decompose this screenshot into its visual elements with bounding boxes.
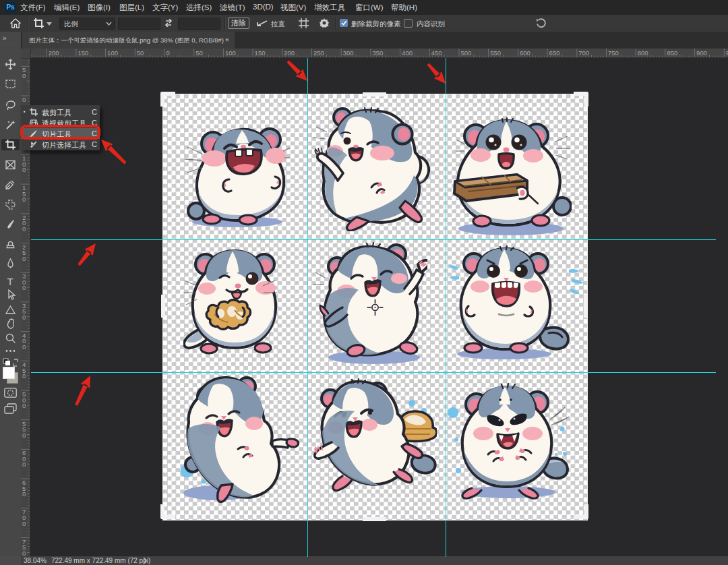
svg-text:600: 600 — [520, 49, 530, 57]
svg-text:0: 0 — [22, 314, 26, 321]
svg-text:150: 150 — [78, 49, 88, 57]
svg-text:0: 0 — [22, 72, 26, 80]
svg-text:0: 0 — [22, 343, 26, 351]
svg-text:0: 0 — [22, 284, 26, 291]
svg-text:650: 650 — [549, 49, 560, 57]
svg-text:0: 0 — [22, 196, 26, 203]
svg-text:0: 0 — [22, 372, 26, 380]
svg-text:900: 900 — [696, 49, 707, 57]
svg-text:700: 700 — [578, 49, 589, 57]
svg-text:T: T — [7, 276, 13, 287]
svg-text:150: 150 — [255, 49, 266, 57]
svg-text:200: 200 — [49, 49, 59, 57]
svg-text:0: 0 — [22, 432, 26, 439]
svg-text:0: 0 — [22, 166, 26, 173]
svg-text:350: 350 — [372, 49, 383, 57]
svg-text:50: 50 — [137, 49, 144, 57]
svg-text:0: 0 — [22, 402, 26, 409]
svg-text:800: 800 — [638, 49, 648, 57]
svg-text:0: 0 — [166, 49, 170, 57]
svg-text:750: 750 — [608, 49, 619, 57]
svg-text:200: 200 — [284, 49, 295, 57]
svg-text:0: 0 — [22, 490, 26, 498]
svg-text:100: 100 — [225, 49, 236, 57]
svg-text:0: 0 — [22, 96, 26, 103]
svg-text:0: 0 — [22, 255, 26, 262]
svg-text:400: 400 — [402, 49, 413, 57]
svg-text:300: 300 — [343, 49, 354, 57]
svg-text:0: 0 — [22, 225, 26, 233]
svg-text:0: 0 — [22, 549, 26, 557]
svg-text:50: 50 — [195, 49, 203, 57]
svg-text:850: 850 — [667, 49, 677, 57]
svg-text:450: 450 — [431, 49, 442, 57]
svg-text:250: 250 — [313, 49, 324, 57]
svg-text:0: 0 — [22, 460, 26, 468]
svg-text:550: 550 — [490, 49, 501, 57]
svg-text:0: 0 — [22, 520, 26, 527]
svg-text:100: 100 — [107, 49, 118, 57]
svg-text:500: 500 — [461, 49, 472, 57]
